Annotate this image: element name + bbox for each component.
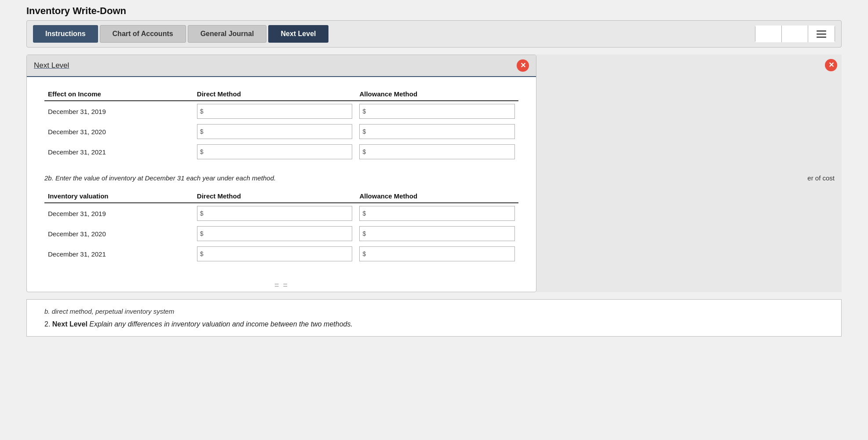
dollar-prefix: $ <box>197 206 353 221</box>
bottom-text-2: 2. Next Level Explain any differences in… <box>44 320 824 328</box>
dollar-sign: $ <box>197 148 206 155</box>
table-row: December 31, 2021 $ $ <box>44 142 518 162</box>
bottom-section: b. direct method, perpetual inventory sy… <box>26 299 842 337</box>
right-panel: ✕ er of cost <box>536 55 842 292</box>
right-panel-close-button[interactable]: ✕ <box>825 59 837 71</box>
hamburger-line-1 <box>817 30 826 32</box>
toolbar-hamburger-button[interactable] <box>808 26 835 42</box>
panel-title: Next Level <box>34 61 69 70</box>
row-label-2021-inv: December 31, 2021 <box>44 244 193 264</box>
direct-method-2021-inv-input[interactable] <box>206 247 352 261</box>
col-header-direct-1: Direct Method <box>193 88 356 101</box>
row-label-2019-inv: December 31, 2019 <box>44 203 193 224</box>
col-header-allowance-1: Allowance Method <box>356 88 518 101</box>
allowance-method-2021-inv-input[interactable] <box>368 247 514 261</box>
tab-chart-of-accounts[interactable]: Chart of Accounts <box>100 25 186 43</box>
section2-instruction: 2b. Enter the value of inventory at Dece… <box>44 174 518 182</box>
dollar-sign: $ <box>360 250 368 257</box>
resize-handle[interactable]: = = <box>274 281 288 290</box>
table-row: December 31, 2019 $ $ <box>44 101 518 121</box>
panel-body: Effect on Income Direct Method Allowance… <box>27 77 536 277</box>
allowance-method-2020-income-input[interactable] <box>368 125 514 139</box>
allowance-method-2020-inv-input[interactable] <box>368 227 514 241</box>
allowance-input-cell-2020-inv: $ <box>356 224 518 244</box>
dollar-prefix: $ <box>197 144 353 159</box>
col-header-effect: Effect on Income <box>44 88 193 101</box>
dollar-prefix: $ <box>359 124 515 139</box>
tab-bar: Instructions Chart of Accounts General J… <box>26 20 842 48</box>
allowance-method-2019-inv-input[interactable] <box>368 206 514 220</box>
bottom-text-1: b. direct method, perpetual inventory sy… <box>44 308 824 315</box>
dollar-sign: $ <box>360 230 368 237</box>
bottom-prefix: 2. <box>44 320 52 328</box>
direct-input-cell-2019-inv: $ <box>193 203 356 224</box>
tab-next-level[interactable]: Next Level <box>268 25 328 43</box>
table-row: December 31, 2021 $ $ <box>44 244 518 264</box>
dollar-sign: $ <box>360 210 368 217</box>
allowance-method-2021-income-input[interactable] <box>368 145 514 159</box>
panel-close-button[interactable]: ✕ <box>517 59 529 72</box>
allowance-input-cell-2020-income: $ <box>356 121 518 142</box>
dollar-sign: $ <box>360 128 368 135</box>
direct-input-cell-2021-income: $ <box>193 142 356 162</box>
dollar-prefix: $ <box>197 124 353 139</box>
dollar-prefix: $ <box>359 226 515 241</box>
table-row: December 31, 2020 $ $ <box>44 121 518 142</box>
page-wrapper: Inventory Write-Down Instructions Chart … <box>0 0 868 440</box>
allowance-input-cell-2021-income: $ <box>356 142 518 162</box>
dollar-sign: $ <box>197 230 206 237</box>
dollar-prefix: $ <box>197 246 353 261</box>
direct-method-2019-inv-input[interactable] <box>206 206 352 220</box>
allowance-input-cell-2021-inv: $ <box>356 244 518 264</box>
col-header-direct-2: Direct Method <box>193 190 356 203</box>
bottom-bold-text: Next Level <box>52 320 88 328</box>
dollar-prefix: $ <box>359 246 515 261</box>
toolbar-btn-2[interactable] <box>782 26 808 42</box>
direct-input-cell-2020-income: $ <box>193 121 356 142</box>
row-label-2020-inv: December 31, 2020 <box>44 224 193 244</box>
toolbar-right <box>755 26 835 42</box>
effect-on-income-table: Effect on Income Direct Method Allowance… <box>44 88 518 162</box>
dollar-prefix: $ <box>359 104 515 119</box>
dollar-prefix: $ <box>359 206 515 221</box>
close-icon-right: ✕ <box>828 62 834 69</box>
row-label-2019-income: December 31, 2019 <box>44 101 193 121</box>
bottom-italic-text: Explain any differences in inventory val… <box>88 320 353 328</box>
direct-method-2019-income-input[interactable] <box>206 104 352 118</box>
table-row: December 31, 2020 $ $ <box>44 224 518 244</box>
inventory-valuation-table: Inventory valuation Direct Method Allowa… <box>44 190 518 264</box>
dollar-sign: $ <box>360 148 368 155</box>
direct-method-2020-income-input[interactable] <box>206 125 352 139</box>
dollar-prefix: $ <box>359 144 515 159</box>
panel-header: Next Level ✕ <box>27 55 536 77</box>
tab-general-journal[interactable]: General Journal <box>188 25 267 43</box>
direct-method-2021-income-input[interactable] <box>206 145 352 159</box>
col-header-inventory: Inventory valuation <box>44 190 193 203</box>
page-title: Inventory Write-Down <box>0 0 868 20</box>
direct-method-2020-inv-input[interactable] <box>206 227 352 241</box>
dollar-prefix: $ <box>197 226 353 241</box>
tab-instructions[interactable]: Instructions <box>33 25 98 43</box>
row-label-2020-income: December 31, 2020 <box>44 121 193 142</box>
dollar-prefix: $ <box>197 104 353 119</box>
dollar-sign: $ <box>197 250 206 257</box>
table-row: December 31, 2019 $ $ <box>44 203 518 224</box>
row-label-2021-income: December 31, 2021 <box>44 142 193 162</box>
hamburger-line-3 <box>817 37 826 38</box>
direct-input-cell-2020-inv: $ <box>193 224 356 244</box>
col-header-allowance-2: Allowance Method <box>356 190 518 203</box>
dollar-sign: $ <box>197 108 206 115</box>
right-panel-text: er of cost <box>543 174 835 182</box>
dollar-sign: $ <box>197 128 206 135</box>
direct-input-cell-2019-income: $ <box>193 101 356 121</box>
allowance-method-2019-income-input[interactable] <box>368 104 514 118</box>
tabs-container: Instructions Chart of Accounts General J… <box>33 25 328 43</box>
direct-input-cell-2021-inv: $ <box>193 244 356 264</box>
dollar-sign: $ <box>197 210 206 217</box>
toolbar-btn-1[interactable] <box>755 26 782 42</box>
hamburger-line-2 <box>817 33 826 35</box>
allowance-input-cell-2019-inv: $ <box>356 203 518 224</box>
dollar-sign: $ <box>360 108 368 115</box>
allowance-input-cell-2019-income: $ <box>356 101 518 121</box>
main-content: Next Level ✕ Effect on Income Direct Met… <box>26 55 842 292</box>
